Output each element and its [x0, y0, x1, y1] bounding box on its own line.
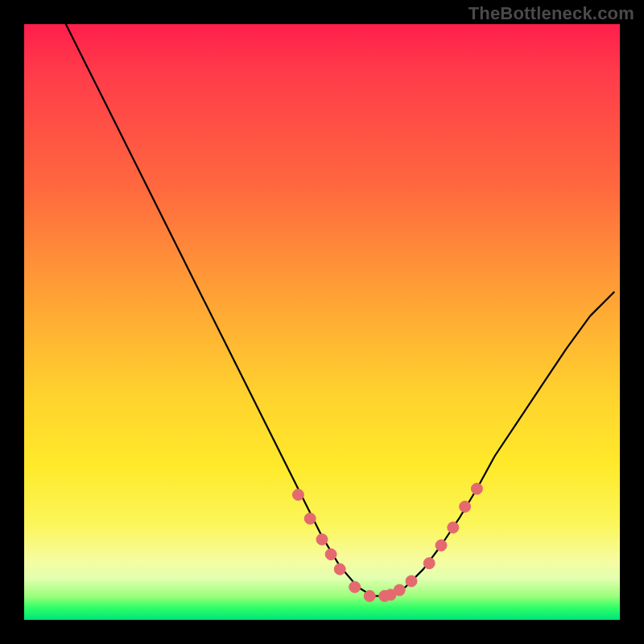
valley-dots-group	[292, 483, 482, 601]
valley-dot	[436, 540, 447, 551]
valley-dot	[394, 584, 405, 596]
valley-dot	[406, 576, 417, 587]
watermark-text: TheBottleneck.com	[469, 3, 634, 24]
valley-dot	[423, 558, 435, 569]
plot-area	[24, 24, 620, 620]
valley-dot	[304, 513, 316, 524]
valley-dot	[460, 501, 471, 512]
valley-dot	[364, 590, 375, 601]
valley-dot	[334, 564, 345, 575]
valley-dot	[349, 581, 361, 592]
chart-frame: TheBottleneck.com	[0, 0, 644, 644]
valley-dot	[292, 489, 303, 501]
bottleneck-curve	[66, 24, 614, 596]
valley-dot	[325, 549, 336, 560]
curve-svg	[24, 24, 620, 620]
valley-dot	[316, 534, 328, 545]
valley-dot	[448, 522, 459, 533]
valley-dot	[471, 483, 482, 494]
